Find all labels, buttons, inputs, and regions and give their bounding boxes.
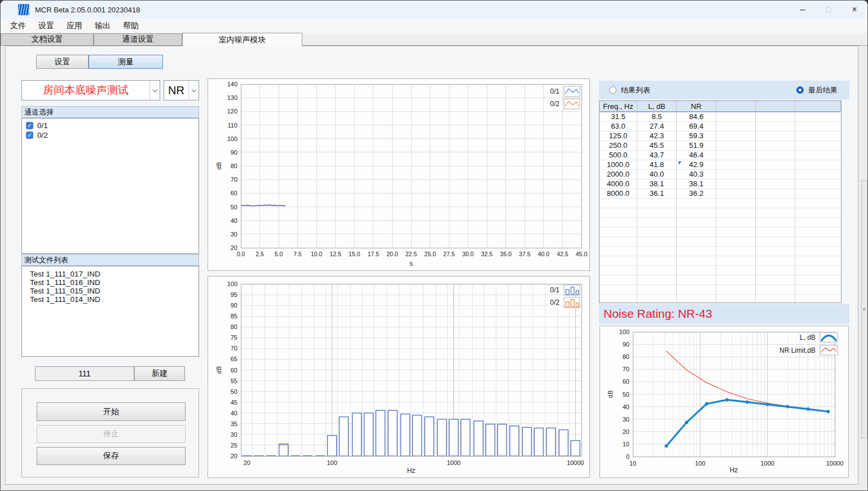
table-cell[interactable]: 38.1 xyxy=(637,179,677,189)
table-cell[interactable] xyxy=(756,131,795,141)
table-row-5[interactable]: 500.043.746.4 xyxy=(600,151,841,160)
table-cell[interactable]: 250.0 xyxy=(600,141,637,151)
table-cell[interactable]: 4000.0 xyxy=(600,179,637,189)
table-cell[interactable] xyxy=(716,189,756,199)
test-file-item-2[interactable]: Test 1_111_016_IND xyxy=(22,278,199,287)
radio-result-list[interactable] xyxy=(609,86,616,94)
table-cell[interactable] xyxy=(756,151,795,160)
table-cell[interactable]: 1000.0 xyxy=(600,160,637,170)
table-cell[interactable] xyxy=(716,170,756,179)
table-cell[interactable] xyxy=(756,170,795,179)
table-cell[interactable] xyxy=(716,179,756,189)
table-cell[interactable] xyxy=(716,141,756,151)
checkbox-checked-icon[interactable] xyxy=(26,122,33,129)
table-row-1[interactable]: 31.58.584.6 xyxy=(600,112,841,122)
table-cell[interactable]: 2000.0 xyxy=(600,170,637,179)
table-row-7[interactable]: 2000.040.040.3 xyxy=(600,170,841,179)
table-cell[interactable]: 63.0 xyxy=(600,122,637,131)
channel-item-2[interactable]: 0/2 xyxy=(22,130,199,140)
maximize-button[interactable]: □ xyxy=(816,1,841,19)
table-cell[interactable] xyxy=(795,151,841,160)
table-cell[interactable] xyxy=(795,170,841,179)
table-cell[interactable] xyxy=(795,141,841,151)
result-list-option[interactable]: 结果列表 xyxy=(609,81,650,99)
rating-type-dropdown-button[interactable] xyxy=(188,81,199,100)
table-cell[interactable] xyxy=(756,141,795,151)
table-cell[interactable]: 500.0 xyxy=(600,151,637,160)
tab-3[interactable]: 室内噪声模块 xyxy=(182,33,302,46)
table-cell[interactable] xyxy=(795,179,841,189)
table-row-9[interactable]: 8000.036.136.2 xyxy=(600,189,841,199)
table-row-4[interactable]: 250.045.551.9 xyxy=(600,141,841,151)
table-cell[interactable]: 84.6 xyxy=(677,112,716,122)
table-cell[interactable] xyxy=(756,179,795,189)
tab-1[interactable]: 文档设置 xyxy=(1,33,94,46)
menu-item-4[interactable]: 输出 xyxy=(89,20,117,32)
table-cell[interactable]: 41.8 xyxy=(637,160,677,170)
test-file-item-3[interactable]: Test 1_111_015_IND xyxy=(22,287,199,295)
table-row-8[interactable]: 4000.038.138.1 xyxy=(600,179,841,189)
close-button[interactable]: × xyxy=(841,1,867,19)
subtab-1[interactable]: 设置 xyxy=(36,55,89,69)
table-cell[interactable] xyxy=(716,131,756,141)
table-cell[interactable]: 43.7 xyxy=(637,151,677,160)
table-cell[interactable]: 69.4 xyxy=(677,122,716,131)
start-button[interactable]: 开始 xyxy=(37,402,186,421)
table-cell[interactable] xyxy=(795,112,841,122)
table-cell[interactable] xyxy=(756,189,795,199)
svg-text:dB: dB xyxy=(215,366,222,374)
table-cell[interactable] xyxy=(795,131,841,141)
table-cell[interactable]: 51.9 xyxy=(677,141,716,151)
table-cell[interactable]: 42.9 xyxy=(677,160,716,170)
table-row-2[interactable]: 63.027.469.4 xyxy=(600,122,841,131)
table-row-6[interactable]: 1000.041.842.9 xyxy=(600,160,841,170)
table-cell[interactable]: 36.2 xyxy=(677,189,716,199)
test-type-dropdown-button[interactable] xyxy=(149,81,160,100)
channel-item-1[interactable]: 0/1 xyxy=(22,121,199,130)
table-cell[interactable] xyxy=(756,122,795,131)
table-cell[interactable]: 31.5 xyxy=(600,112,637,122)
table-cell[interactable] xyxy=(716,151,756,160)
side-panel-scrollbar[interactable]: < xyxy=(861,180,867,439)
test-file-item-4[interactable]: Test 1_111_014_IND xyxy=(22,295,199,304)
rating-type-combobox[interactable]: NR xyxy=(164,80,199,100)
minimize-button[interactable]: – xyxy=(790,1,816,19)
table-cell[interactable]: 27.4 xyxy=(637,122,677,131)
new-button[interactable]: 新建 xyxy=(134,366,185,381)
table-cell[interactable]: 125.0 xyxy=(600,131,637,141)
checkbox-checked-icon[interactable] xyxy=(26,131,33,139)
table-cell[interactable] xyxy=(795,160,841,170)
table-cell[interactable] xyxy=(716,160,756,170)
table-cell[interactable] xyxy=(795,122,841,131)
file-name-input[interactable] xyxy=(35,366,134,381)
last-result-option[interactable]: 最后结果 xyxy=(796,81,838,99)
table-cell[interactable]: 8.5 xyxy=(637,112,677,122)
table-cell[interactable]: 59.3 xyxy=(677,131,716,141)
table-cell[interactable]: 36.1 xyxy=(637,189,677,199)
table-cell[interactable]: 46.4 xyxy=(677,151,716,160)
menu-item-1[interactable]: 文件 xyxy=(4,20,32,32)
table-cell[interactable]: 38.1 xyxy=(677,179,716,189)
test-type-combobox[interactable]: 房间本底噪声测试 xyxy=(21,80,160,100)
tab-2[interactable]: 通道设置 xyxy=(94,33,182,46)
table-cell[interactable] xyxy=(756,112,795,122)
menu-item-5[interactable]: 帮助 xyxy=(117,20,145,32)
table-cell[interactable]: 40.3 xyxy=(677,170,716,179)
menu-item-2[interactable]: 设置 xyxy=(32,20,60,32)
radio-last-result[interactable] xyxy=(796,86,804,94)
save-button[interactable]: 保存 xyxy=(37,447,186,465)
table-cell[interactable]: 40.0 xyxy=(637,170,677,179)
menu-item-3[interactable]: 应用 xyxy=(60,20,89,32)
table-cell[interactable]: 42.3 xyxy=(637,131,677,141)
table-cell[interactable] xyxy=(716,112,756,122)
collapse-panel-handle[interactable]: < xyxy=(863,306,866,312)
table-row-3[interactable]: 125.042.359.3 xyxy=(600,131,841,141)
table-cell[interactable] xyxy=(795,189,841,199)
table-cell[interactable]: 45.5 xyxy=(637,141,677,151)
table-cell[interactable]: 8000.0 xyxy=(600,189,637,199)
stop-button[interactable]: 停止 xyxy=(37,425,186,443)
table-cell[interactable] xyxy=(756,160,795,170)
test-file-item-1[interactable]: Test 1_111_017_IND xyxy=(22,270,199,278)
table-cell[interactable] xyxy=(716,122,756,131)
subtab-2[interactable]: 测量 xyxy=(89,55,163,69)
